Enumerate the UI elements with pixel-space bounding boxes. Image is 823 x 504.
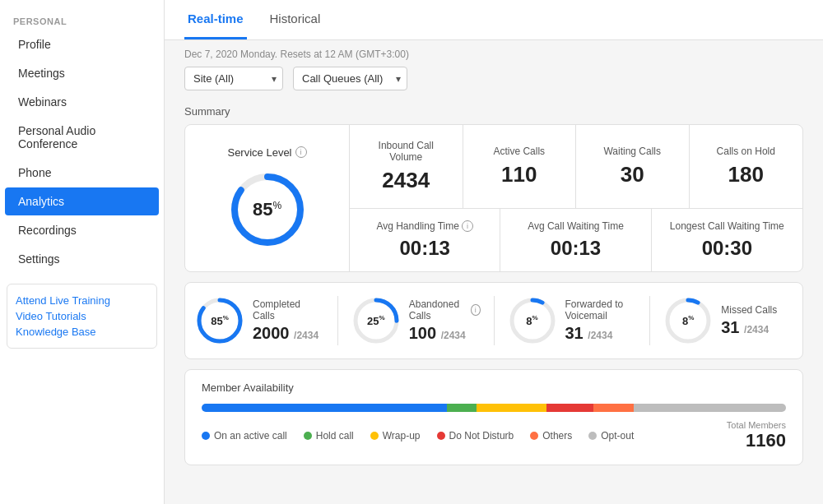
legend-label-1: Hold call bbox=[316, 430, 354, 442]
stat-label-1: Active Calls bbox=[493, 146, 545, 157]
sidebar: PERSONAL ProfileMeetingsWebinarsPersonal… bbox=[0, 0, 165, 504]
legend-dot-0 bbox=[202, 432, 210, 440]
sidebar-links-list: Attend Live TrainingVideo TutorialsKnowl… bbox=[16, 293, 148, 340]
breakdown-name-completed: Completed Calls bbox=[253, 298, 324, 321]
time-cell-1: Avg Call Waiting Time 00:13 bbox=[500, 209, 651, 271]
sidebar-item-profile[interactable]: Profile bbox=[5, 30, 159, 58]
service-level-info-icon[interactable]: i bbox=[295, 146, 307, 158]
stat-cell-1: Active Calls 110 bbox=[463, 125, 577, 208]
breakdown-pct-completed: 85% bbox=[211, 314, 229, 326]
avail-bar-segment-1 bbox=[447, 404, 477, 412]
legend-label-2: Wrap-up bbox=[383, 430, 421, 442]
breakdown-count-voicemail: 31 /2434 bbox=[565, 324, 637, 343]
top-stats-grid: Inbound Call Volume 2434 Active Calls 11… bbox=[350, 125, 802, 208]
sidebar-item-analytics[interactable]: Analytics bbox=[5, 187, 159, 215]
legend-item-4: Others bbox=[530, 430, 572, 442]
breakdown-name-missed: Missed Calls bbox=[721, 304, 777, 316]
total-members-box: Total Members 1160 bbox=[727, 420, 786, 451]
top-stats-area: Inbound Call Volume 2434 Active Calls 11… bbox=[350, 125, 802, 271]
breakdown-donut-abandoned: 25% bbox=[351, 296, 401, 345]
time-value-1: 00:13 bbox=[551, 237, 601, 260]
sidebar-item-meetings[interactable]: Meetings bbox=[5, 59, 159, 87]
queue-filter[interactable]: Call Queues (All) Queue A Queue B bbox=[293, 67, 407, 90]
legend-label-4: Others bbox=[542, 430, 572, 442]
date-info: Dec 7, 2020 Monday. Resets at 12 AM (GMT… bbox=[184, 40, 803, 67]
stats-card: Service Level i 85% Inbound Call Volume … bbox=[184, 124, 803, 272]
time-value-0: 00:13 bbox=[399, 237, 449, 260]
sidebar-link-knowledge-base[interactable]: Knowledge Base bbox=[16, 324, 148, 340]
service-level-title: Service Level i bbox=[227, 146, 306, 159]
time-label-0: Avg Handling Time i bbox=[376, 220, 473, 232]
breakdown-info-abandoned: Abandoned Calls i 100 /2434 bbox=[409, 298, 481, 343]
legend-label-5: Opt-out bbox=[601, 430, 634, 442]
breakdown-card: 85% Completed Calls 2000 /2434 25% Aband… bbox=[184, 282, 803, 359]
service-level-value: 85% bbox=[253, 199, 281, 220]
stat-cell-0: Inbound Call Volume 2434 bbox=[350, 125, 463, 208]
avail-bar-segment-4 bbox=[593, 404, 635, 412]
stat-value-2: 30 bbox=[621, 162, 644, 187]
avail-legend: On an active call Hold call Wrap-up Do N… bbox=[202, 430, 634, 442]
time-label-2: Longest Call Waiting Time bbox=[670, 220, 784, 232]
breakdown-name-voicemail: Forwarded to Voicemail bbox=[565, 298, 637, 321]
breakdown-item-voicemail: 8% Forwarded to Voicemail 31 /2434 bbox=[494, 296, 637, 345]
site-filter[interactable]: Site (All) Site A Site B bbox=[184, 67, 283, 90]
stat-value-0: 2434 bbox=[382, 168, 430, 193]
avail-bar-segment-2 bbox=[477, 404, 546, 412]
stat-label-2: Waiting Calls bbox=[603, 146, 661, 157]
legend-label-3: Do Not Disturb bbox=[449, 430, 514, 442]
time-cell-2: Longest Call Waiting Time 00:30 bbox=[652, 209, 802, 271]
breakdown-pct-missed: 8% bbox=[682, 314, 694, 326]
breakdown-count-abandoned: 100 /2434 bbox=[409, 324, 481, 343]
sidebar-item-personal-audio[interactable]: Personal Audio Conference bbox=[5, 117, 159, 158]
sidebar-link-video-tutorials[interactable]: Video Tutorials bbox=[16, 308, 148, 324]
breakdown-info-completed: Completed Calls 2000 /2434 bbox=[253, 298, 324, 343]
avail-bar bbox=[202, 404, 786, 412]
summary-label: Summary bbox=[184, 102, 803, 124]
service-level-donut: 85% bbox=[226, 169, 309, 251]
breakdown-pct-voicemail: 8% bbox=[526, 314, 537, 326]
stat-value-3: 180 bbox=[728, 162, 764, 187]
legend-item-2: Wrap-up bbox=[370, 430, 421, 442]
avail-bar-segment-0 bbox=[202, 404, 447, 412]
total-members-value: 1160 bbox=[727, 430, 786, 451]
breakdown-total-completed: /2434 bbox=[294, 330, 319, 341]
queue-filter-wrapper[interactable]: Call Queues (All) Queue A Queue B bbox=[293, 67, 407, 90]
sidebar-item-webinars[interactable]: Webinars bbox=[5, 88, 159, 116]
legend-dot-5 bbox=[588, 432, 597, 440]
filter-bar: Site (All) Site A Site B Call Queues (Al… bbox=[184, 67, 803, 90]
time-info-icon-0[interactable]: i bbox=[462, 220, 473, 232]
service-level-box: Service Level i 85% bbox=[185, 125, 350, 271]
breakdown-pct-abandoned: 25% bbox=[367, 314, 385, 326]
legend-label-0: On an active call bbox=[214, 430, 287, 442]
breakdown-total-abandoned: /2434 bbox=[441, 330, 466, 341]
sidebar-item-phone[interactable]: Phone bbox=[5, 159, 159, 187]
legend-item-5: Opt-out bbox=[588, 430, 634, 442]
site-filter-wrapper[interactable]: Site (All) Site A Site B bbox=[184, 67, 283, 90]
stat-label-0: Inbound Call Volume bbox=[363, 140, 449, 163]
breakdown-count-missed: 31 /2434 bbox=[721, 318, 777, 337]
breakdown-donut-completed: 85% bbox=[195, 296, 244, 345]
time-cell-0: Avg Handling Time i 00:13 bbox=[350, 209, 500, 271]
stat-cell-3: Calls on Hold 180 bbox=[690, 125, 803, 208]
sidebar-item-settings[interactable]: Settings bbox=[5, 245, 159, 273]
breakdown-donut-missed: 8% bbox=[663, 296, 713, 345]
member-avail-title: Member Availability bbox=[202, 381, 786, 394]
breakdown-total-voicemail: /2434 bbox=[588, 330, 612, 341]
breakdown-donut-voicemail: 8% bbox=[508, 296, 557, 345]
legend-dot-1 bbox=[304, 432, 312, 440]
sidebar-section-label: PERSONAL bbox=[0, 10, 164, 30]
legend-dot-2 bbox=[370, 432, 379, 440]
legend-item-0: On an active call bbox=[202, 430, 287, 442]
breakdown-total-missed: /2434 bbox=[744, 324, 769, 335]
sidebar-item-recordings[interactable]: Recordings bbox=[5, 216, 159, 244]
breakdown-item-missed: 8% Missed Calls 31 /2434 bbox=[649, 296, 793, 345]
sidebar-nav: ProfileMeetingsWebinarsPersonal Audio Co… bbox=[0, 30, 164, 274]
tab-realtime[interactable]: Real-time bbox=[184, 0, 247, 39]
sidebar-link-live-training[interactable]: Attend Live Training bbox=[16, 293, 148, 308]
avail-bar-segment-3 bbox=[546, 404, 593, 412]
legend-dot-4 bbox=[530, 432, 538, 440]
breakdown-info-voicemail: Forwarded to Voicemail 31 /2434 bbox=[565, 298, 637, 343]
breakdown-info-icon-abandoned[interactable]: i bbox=[471, 304, 480, 316]
legend-dot-3 bbox=[437, 432, 445, 440]
tab-historical[interactable]: Historical bbox=[267, 0, 324, 39]
